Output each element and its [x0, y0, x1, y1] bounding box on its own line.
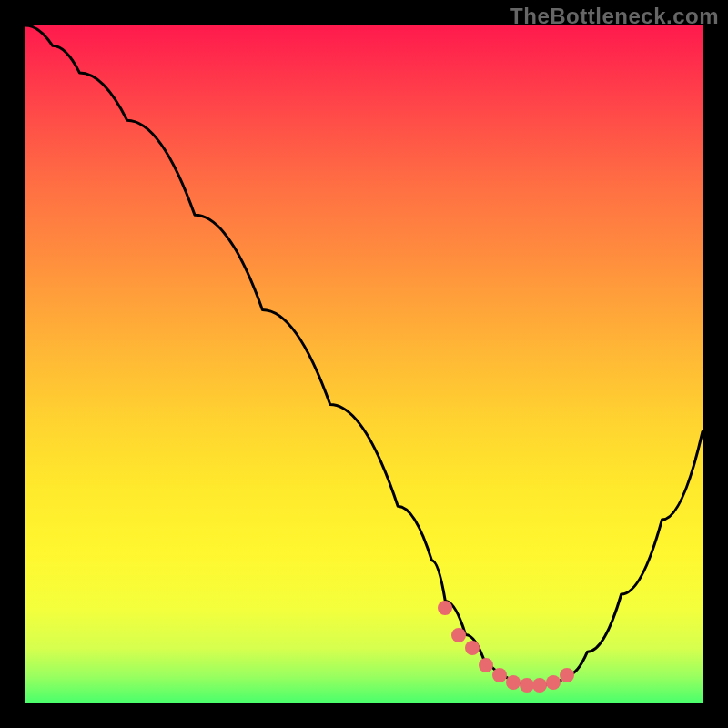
plot-area: [25, 25, 703, 703]
chart-frame: TheBottleneck.com: [0, 0, 728, 728]
valley-marker: [492, 668, 507, 682]
valley-marker: [546, 675, 561, 690]
valley-marker: [465, 641, 480, 655]
valley-marker: [438, 601, 452, 615]
valley-marker: [560, 668, 574, 682]
valley-marker: [532, 678, 547, 693]
bottleneck-curve: [25, 25, 703, 703]
valley-marker: [520, 678, 534, 693]
valley-marker: [479, 658, 493, 672]
curve-path: [25, 25, 703, 685]
valley-marker: [451, 628, 466, 642]
valley-marker: [506, 675, 521, 690]
